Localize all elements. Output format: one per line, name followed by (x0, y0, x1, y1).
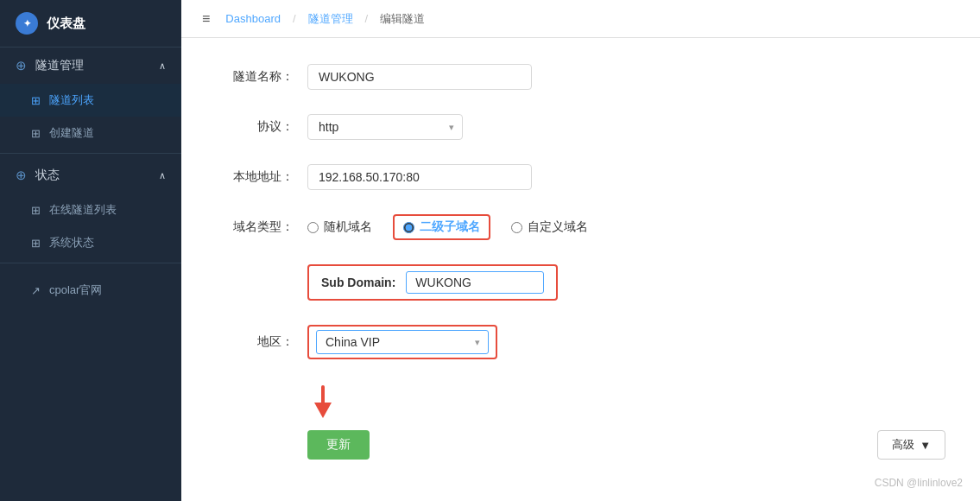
sidebar-group-status[interactable]: ⊕ 状态 ∧ (0, 157, 181, 193)
menu-icon[interactable]: ≡ (202, 11, 210, 27)
sidebar-logo[interactable]: ✦ 仪表盘 (0, 0, 181, 48)
domain-type-row: 域名类型： 随机域名 二级子域名 自定义域名 (216, 214, 945, 240)
region-select-wrapper: China VIP China US EU ▾ (316, 330, 489, 354)
radio-custom-domain[interactable]: 自定义域名 (511, 219, 588, 235)
advanced-label: 高级 (892, 437, 914, 453)
radio-subdomain[interactable]: 二级子域名 (393, 214, 490, 240)
local-address-label: 本地地址： (216, 169, 294, 185)
svg-marker-1 (314, 403, 332, 418)
subdomain-input[interactable] (406, 271, 544, 294)
sidebar-item-cpolar[interactable]: ↗ cpolar官网 (0, 274, 181, 307)
sidebar-item-tunnel-list[interactable]: ⊞ 隧道列表 (0, 84, 181, 117)
sidebar-group-status-label: 状态 (35, 168, 60, 183)
sidebar-group-tunnel-mgmt[interactable]: ⊕ 隧道管理 ∧ (0, 48, 181, 84)
create-tunnel-icon: ⊞ (31, 127, 41, 140)
region-select[interactable]: China VIP China US EU (316, 330, 489, 354)
breadcrumb-edit-tunnel: 编辑隧道 (380, 11, 425, 27)
sidebar-status-group: ⊕ 状态 ∧ ⊞ 在线隧道列表 ⊞ 系统状态 (0, 157, 181, 259)
sidebar-tunnel-group: ⊕ 隧道管理 ∧ ⊞ 隧道列表 ⊞ 创建隧道 (0, 48, 181, 149)
sidebar-item-cpolar-label: cpolar官网 (49, 282, 102, 298)
radio-custom-label: 自定义域名 (528, 219, 588, 235)
sidebar-item-online-tunnel[interactable]: ⊞ 在线隧道列表 (0, 193, 181, 226)
subdomain-box: Sub Domain: (307, 264, 558, 301)
protocol-select-wrapper: http https tcp udp ▾ (307, 114, 463, 140)
local-address-input[interactable] (307, 164, 532, 190)
protocol-row: 协议： http https tcp udp ▾ (216, 114, 945, 140)
main-area: ≡ Dashboard / 隧道管理 / 编辑隧道 隧道名称： 协议： http… (181, 0, 980, 501)
domain-type-label: 域名类型： (216, 219, 294, 235)
breadcrumb-sep-1: / (293, 12, 296, 25)
update-button[interactable]: 更新 (307, 430, 370, 460)
sidebar-item-create-tunnel[interactable]: ⊞ 创建隧道 (0, 117, 181, 149)
watermark: CSDN @linlinlove2 (875, 477, 963, 489)
form-container: 隧道名称： 协议： http https tcp udp ▾ 本地地址： 域名类 (181, 38, 980, 501)
tunnel-name-row: 隧道名称： (216, 64, 945, 90)
region-label: 地区： (216, 334, 294, 350)
radio-random-domain[interactable]: 随机域名 (307, 219, 372, 235)
region-row: 地区： China VIP China US EU ▾ (216, 325, 945, 359)
radio-random-input[interactable] (307, 222, 319, 233)
sidebar: ✦ 仪表盘 ⊕ 隧道管理 ∧ ⊞ 隧道列表 ⊞ 创建隧道 ⊕ 状态 ∧ ⊞ 在线… (0, 0, 181, 501)
system-status-icon: ⊞ (31, 237, 41, 250)
tunnel-name-label: 隧道名称： (216, 69, 294, 85)
status-icon: ⊕ (16, 168, 27, 183)
protocol-select[interactable]: http https tcp udp (307, 114, 463, 140)
sidebar-divider-2 (0, 263, 181, 263)
tunnel-mgmt-icon: ⊕ (16, 58, 27, 73)
sidebar-logo-label: 仪表盘 (47, 16, 85, 32)
radio-custom-input[interactable] (511, 222, 522, 233)
tunnel-mgmt-arrow: ∧ (159, 60, 166, 72)
sidebar-item-online-tunnel-label: 在线隧道列表 (49, 202, 117, 218)
advanced-button[interactable]: 高级 ▼ (877, 430, 945, 460)
sidebar-item-system-status-label: 系统状态 (49, 235, 94, 250)
protocol-label: 协议： (216, 119, 294, 135)
region-wrapper: China VIP China US EU ▾ (307, 325, 497, 359)
subdomain-row: Sub Domain: (216, 264, 945, 301)
cpolar-icon: ↗ (31, 284, 41, 297)
local-address-row: 本地地址： (216, 164, 945, 190)
domain-type-radio-group: 随机域名 二级子域名 自定义域名 (307, 214, 588, 240)
sidebar-item-system-status[interactable]: ⊞ 系统状态 (0, 226, 181, 259)
tunnel-name-input[interactable] (307, 64, 532, 90)
bottom-row: 更新 高级 ▼ (216, 384, 945, 460)
advanced-arrow-icon: ▼ (920, 439, 931, 452)
status-arrow: ∧ (159, 170, 166, 181)
tunnel-list-icon: ⊞ (31, 94, 41, 107)
radio-random-label: 随机域名 (324, 219, 372, 235)
sidebar-divider-1 (0, 153, 181, 154)
sidebar-group-tunnel-label: 隧道管理 (35, 58, 84, 73)
breadcrumb-dashboard[interactable]: Dashboard (225, 12, 281, 25)
subdomain-label: Sub Domain: (321, 276, 395, 289)
sidebar-item-tunnel-list-label: 隧道列表 (49, 92, 94, 108)
sidebar-item-create-tunnel-label: 创建隧道 (49, 125, 94, 141)
down-arrow-indicator (307, 384, 338, 422)
breadcrumb-tunnel-mgmt[interactable]: 隧道管理 (308, 11, 353, 27)
online-tunnel-icon: ⊞ (31, 204, 41, 217)
logo-icon: ✦ (16, 12, 38, 35)
breadcrumb-sep-2: / (365, 12, 369, 25)
bottom-left: 更新 (216, 384, 370, 460)
radio-subdomain-input[interactable] (403, 222, 414, 233)
topbar: ≡ Dashboard / 隧道管理 / 编辑隧道 (181, 0, 980, 38)
radio-subdomain-label: 二级子域名 (420, 219, 480, 235)
